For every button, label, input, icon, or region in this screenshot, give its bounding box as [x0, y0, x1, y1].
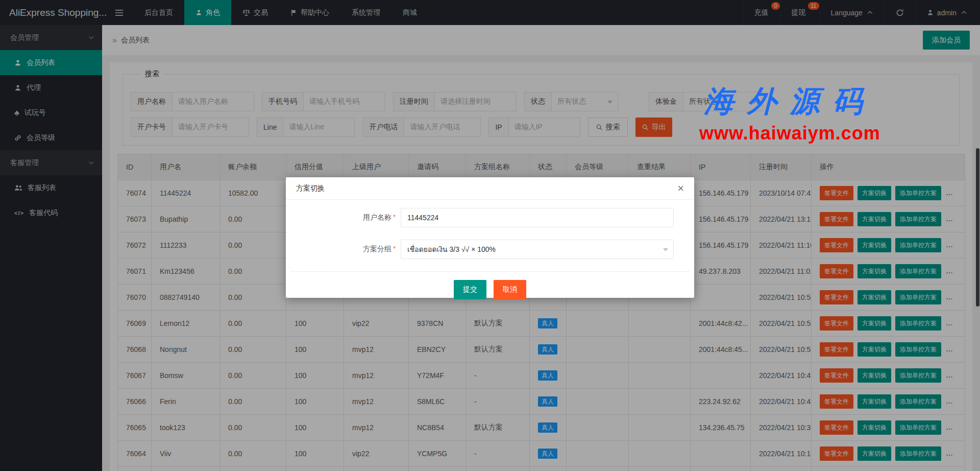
modal-field-username: 用户名称* 11445224 — [286, 208, 694, 227]
cancel-button[interactable]: 取消 — [494, 280, 526, 299]
close-icon[interactable]: × — [677, 183, 684, 194]
field-label: 用户名称* — [286, 213, 396, 222]
modal-username-input[interactable]: 11445224 — [401, 208, 674, 227]
modal-plan-group-select[interactable]: เชื่อดยอดเงิน 3/3 √√ × 100% — [401, 240, 674, 259]
input-value: 11445224 — [407, 214, 438, 222]
modal-title: 方案切换 — [296, 184, 325, 193]
required-asterisk: * — [393, 213, 396, 221]
required-asterisk: * — [393, 245, 396, 252]
submit-button[interactable]: 提交 — [454, 280, 486, 299]
modal-header: 方案切换 × — [286, 177, 694, 200]
modal-field-plan-group: 方案分组* เชื่อดยอดเงิน 3/3 √√ × 100% — [286, 240, 694, 259]
dropdown-arrow-icon — [663, 248, 668, 251]
modal-separator — [291, 271, 689, 272]
plan-switch-modal: 方案切换 × 用户名称* 11445224 方案分组* เชื่อดยอดเงิ… — [286, 177, 694, 298]
selected-value: เชื่อดยอดเงิน 3/3 √√ × 100% — [407, 244, 496, 255]
field-label: 方案分组* — [286, 245, 396, 254]
modal-buttons: 提交 取消 — [286, 280, 694, 299]
modal-body: 用户名称* 11445224 方案分组* เชื่อดยอดเงิน 3/3 √… — [286, 200, 694, 299]
